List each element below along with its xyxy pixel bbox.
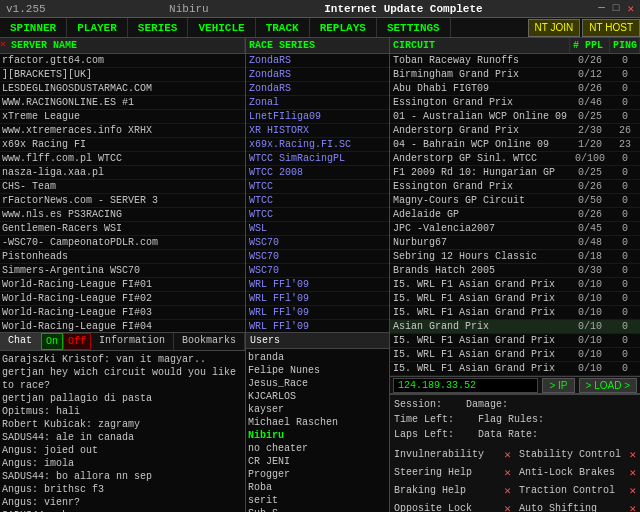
anti-lock-toggle[interactable]: ✕ <box>629 466 636 479</box>
user-item[interactable]: Felipe Nunes <box>248 364 387 377</box>
circuit-row[interactable]: I5. WRL F1 Asian Grand Prix 0/10 0 <box>390 348 640 362</box>
server-row[interactable]: World-Racing-League FI#01 <box>0 278 245 292</box>
user-item[interactable]: Nibiru <box>248 429 387 442</box>
server-row[interactable]: Simmers-Argentina WSC70 <box>0 264 245 278</box>
circuit-row[interactable]: I5. WRL F1 Asian Grand Prix 0/10 0 <box>390 278 640 292</box>
user-item[interactable]: Michael Raschen <box>248 416 387 429</box>
race-series-row[interactable]: LnetFIliga09 <box>246 110 389 124</box>
circuit-row[interactable]: Toban Raceway Runoffs 0/26 0 <box>390 54 640 68</box>
server-row[interactable]: x69x Racing FI <box>0 138 245 152</box>
steering-help-toggle[interactable]: ✕ <box>504 466 511 479</box>
race-series-row[interactable]: WRL FFl'09 <box>246 278 389 292</box>
circuit-row[interactable]: Birmingham Grand Prix 0/12 0 <box>390 68 640 82</box>
ip-button[interactable]: > IP <box>542 378 574 393</box>
circuit-row[interactable]: Nurburg67 0/48 0 <box>390 236 640 250</box>
race-series-row[interactable]: WSC70 <box>246 264 389 278</box>
chat-toggle-on[interactable]: On <box>41 333 63 350</box>
server-row[interactable]: www.xtremeraces.info XRHX <box>0 124 245 138</box>
user-item[interactable]: kayser <box>248 403 387 416</box>
race-series-row[interactable]: WRL FFl'09 <box>246 306 389 320</box>
user-item[interactable]: KJCARLOS <box>248 390 387 403</box>
nav-replays[interactable]: REPLAYS <box>310 18 377 37</box>
user-item[interactable]: Progger <box>248 468 387 481</box>
server-row[interactable]: rfactor.gtt64.com <box>0 54 245 68</box>
circuit-row[interactable]: Asian Grand Prix 0/10 0 <box>390 320 640 334</box>
race-series-row[interactable]: XR HISTORX <box>246 124 389 138</box>
race-series-row[interactable]: WTCC SimRacingPL <box>246 152 389 166</box>
circuit-row[interactable]: Brands Hatch 2005 0/30 0 <box>390 264 640 278</box>
race-series-row[interactable]: WTCC <box>246 194 389 208</box>
race-series-row[interactable]: x69x.Racing.FI.SC <box>246 138 389 152</box>
nt-host-button[interactable]: NT HOST <box>582 19 640 37</box>
race-series-row[interactable]: WRL FFl'09 <box>246 292 389 306</box>
auto-shifting-toggle[interactable]: ✕ <box>629 502 636 513</box>
race-series-row[interactable]: WSC70 <box>246 250 389 264</box>
circuit-row[interactable]: 04 - Bahrain WCP Online 09 1/20 23 <box>390 138 640 152</box>
circuit-row[interactable]: 01 - Australian WCP Online 09 0/25 0 <box>390 110 640 124</box>
server-row[interactable]: xTreme League <box>0 110 245 124</box>
server-row[interactable]: World-Racing-League FI#03 <box>0 306 245 320</box>
stability-control-toggle[interactable]: ✕ <box>629 448 636 461</box>
circuit-list[interactable]: Toban Raceway Runoffs 0/26 0 Birmingham … <box>390 54 640 376</box>
bookmarks-tab[interactable]: Bookmarks <box>174 333 245 350</box>
server-row[interactable]: World-Racing-League FI#04 <box>0 320 245 332</box>
chat-toggle-off[interactable]: Off <box>63 333 91 350</box>
circuit-row[interactable]: I5. WRL F1 Asian Grand Prix 0/10 0 <box>390 362 640 376</box>
chat-tab[interactable]: Chat <box>0 333 41 350</box>
circuit-row[interactable]: Sebring 12 Hours Classic 0/18 0 <box>390 250 640 264</box>
close-server-icon[interactable]: ✕ <box>0 38 6 53</box>
circuit-row[interactable]: Anderstorp GP Sinl. WTCC 0/100 0 <box>390 152 640 166</box>
server-row[interactable]: Pistonheads <box>0 250 245 264</box>
nav-player[interactable]: PLAYER <box>67 18 128 37</box>
race-series-row[interactable]: WTCC <box>246 180 389 194</box>
server-row[interactable]: LESDEGLINGOSDUSTARMAC.COM <box>0 82 245 96</box>
circuit-row[interactable]: Anderstorp Grand Prix 2/30 26 <box>390 124 640 138</box>
server-row[interactable]: www.flff.com.pl WTCC <box>0 152 245 166</box>
circuit-row[interactable]: I5. WRL F1 Asian Grand Prix 0/10 0 <box>390 334 640 348</box>
circuit-row[interactable]: Essington Grand Prix 0/26 0 <box>390 180 640 194</box>
nav-vehicle[interactable]: VEHICLE <box>188 18 255 37</box>
traction-control-toggle[interactable]: ✕ <box>629 484 636 497</box>
circuit-row[interactable]: Essington Grand Prix 0/46 0 <box>390 96 640 110</box>
server-row[interactable]: Gentlemen-Racers WSI <box>0 222 245 236</box>
server-row[interactable]: CHS- Team <box>0 180 245 194</box>
user-item[interactable]: Jesus_Race <box>248 377 387 390</box>
race-series-row[interactable]: WTCC 2008 <box>246 166 389 180</box>
race-list[interactable]: ZondaRSZondaRSZondaRSZonalLnetFIliga09XR… <box>246 54 389 332</box>
user-item[interactable]: Sub-S <box>248 507 387 512</box>
race-series-row[interactable]: Zonal <box>246 96 389 110</box>
server-row[interactable]: -WSC70- CampeonatoPDLR.com <box>0 236 245 250</box>
user-item[interactable]: serit <box>248 494 387 507</box>
user-item[interactable]: CR JENI <box>248 455 387 468</box>
user-item[interactable]: no cheater <box>248 442 387 455</box>
circuit-row[interactable]: Adelaide GP 0/26 0 <box>390 208 640 222</box>
information-tab[interactable]: Information <box>91 333 174 350</box>
server-row[interactable]: ][BRACKETS][UK] <box>0 68 245 82</box>
circuit-row[interactable]: Magny-Cours GP Circuit 0/50 0 <box>390 194 640 208</box>
opposite-lock-toggle[interactable]: ✕ <box>504 502 511 513</box>
race-series-row[interactable]: WTCC <box>246 208 389 222</box>
braking-help-toggle[interactable]: ✕ <box>504 484 511 497</box>
server-row[interactable]: World-Racing-League FI#02 <box>0 292 245 306</box>
circuit-row[interactable]: F1 2009 Rd 10: Hungarian GP 0/25 0 <box>390 166 640 180</box>
nt-join-button[interactable]: NT JOIN <box>528 19 581 37</box>
nav-spinner[interactable]: SPINNER <box>0 18 67 37</box>
circuit-row[interactable]: I5. WRL F1 Asian Grand Prix 0/10 0 <box>390 306 640 320</box>
server-row[interactable]: WWW.RACINGONLINE.ES #1 <box>0 96 245 110</box>
server-list[interactable]: rfactor.gtt64.com][BRACKETS][UK]LESDEGLI… <box>0 54 245 332</box>
race-series-row[interactable]: ZondaRS <box>246 68 389 82</box>
race-series-row[interactable]: ZondaRS <box>246 54 389 68</box>
nav-settings[interactable]: SETTINGS <box>377 18 451 37</box>
race-series-row[interactable]: WSL <box>246 222 389 236</box>
server-row[interactable]: rFactorNews.com - SERVER 3 <box>0 194 245 208</box>
circuit-row[interactable]: Abu Dhabi FIGT09 0/26 0 <box>390 82 640 96</box>
circuit-row[interactable]: JPC -Valencia2007 0/45 0 <box>390 222 640 236</box>
server-row[interactable]: www.nls.es PS3RACING <box>0 208 245 222</box>
race-series-row[interactable]: WRL FFl'09 <box>246 320 389 332</box>
race-series-row[interactable]: WSC70 <box>246 236 389 250</box>
invulnerability-toggle[interactable]: ✕ <box>504 448 511 461</box>
race-series-row[interactable]: ZondaRS <box>246 82 389 96</box>
circuit-row[interactable]: I5. WRL F1 Asian Grand Prix 0/10 0 <box>390 292 640 306</box>
nav-series[interactable]: SERIES <box>128 18 189 37</box>
server-row[interactable]: nasza-liga.xaa.pl <box>0 166 245 180</box>
